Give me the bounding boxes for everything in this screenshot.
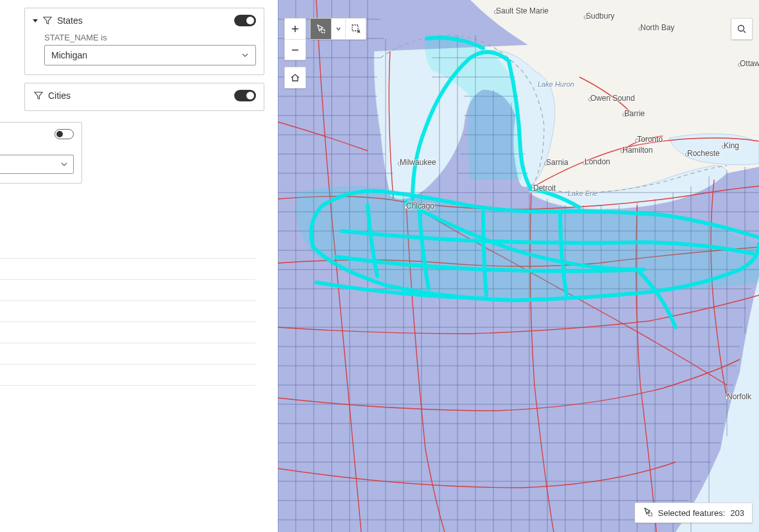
filter-cities-block: Cities: [24, 83, 264, 111]
filter-icon: [34, 91, 43, 100]
select-tool-dropdown[interactable]: [331, 19, 345, 39]
list-item[interactable]: [0, 343, 255, 365]
clear-selection-button[interactable]: [345, 19, 366, 39]
zoom-control: [284, 18, 306, 60]
svg-rect-62: [321, 30, 325, 33]
filter-cities-toggle[interactable]: [234, 90, 256, 101]
home-button[interactable]: [285, 67, 305, 88]
list-item[interactable]: [0, 322, 255, 343]
select-tool-button[interactable]: [311, 19, 331, 39]
map-view[interactable]: Sault Ste MarieSudburyNorth BayOttawOwen…: [278, 0, 759, 532]
filter-states-value-select[interactable]: Michigan: [44, 45, 256, 65]
chevron-down-icon: [60, 160, 68, 168]
filter-states-toggle[interactable]: [234, 15, 256, 26]
filter-states-field-label: STATE_NAME is: [44, 33, 256, 42]
filter-states-value: Michigan: [51, 50, 87, 60]
selected-features-label: Selected features:: [658, 508, 726, 518]
svg-rect-63: [352, 25, 358, 31]
home-control: [284, 67, 306, 89]
map-canvas[interactable]: [278, 0, 759, 532]
list-item[interactable]: [0, 301, 255, 322]
filter-cities-title: Cities: [48, 90, 71, 101]
result-list: [0, 237, 255, 391]
filter-states-title: States: [57, 15, 83, 26]
partial-filter-block: [0, 122, 82, 184]
selected-features-count: 203: [730, 508, 744, 518]
selected-features-toast: Selected features:203: [635, 502, 753, 523]
selection-icon: [643, 507, 653, 519]
chevron-down-icon: [241, 51, 249, 59]
selection-tool-group: [310, 18, 366, 40]
list-item[interactable]: [0, 237, 255, 259]
svg-point-64: [738, 26, 744, 31]
zoom-in-button[interactable]: [285, 19, 305, 39]
search-button[interactable]: [731, 19, 752, 39]
partial-filter-toggle[interactable]: [55, 129, 74, 139]
filter-icon: [43, 16, 52, 25]
filter-states-block: States STATE_NAME is Michigan: [24, 8, 264, 75]
zoom-out-button[interactable]: [285, 39, 305, 60]
list-item[interactable]: [0, 365, 255, 386]
partial-filter-select[interactable]: [0, 155, 74, 174]
collapse-caret-icon[interactable]: [33, 19, 38, 22]
list-item[interactable]: [0, 280, 255, 301]
list-item[interactable]: [0, 259, 255, 280]
search-control: [731, 18, 753, 40]
svg-rect-65: [649, 513, 652, 516]
